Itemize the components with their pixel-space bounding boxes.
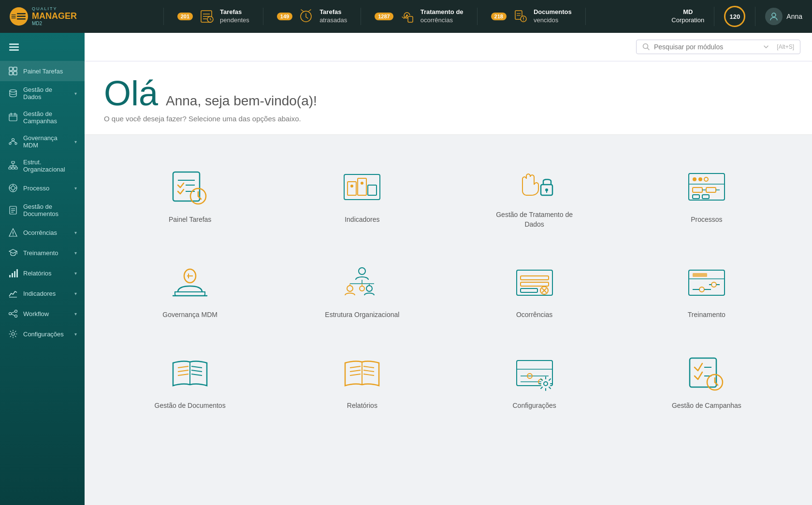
svg-point-18 <box>523 20 524 21</box>
search-shortcut: [Alt+S] <box>777 43 794 50</box>
module-icon-gestao-docs <box>168 355 212 393</box>
module-icon-painel-tarefas <box>168 169 212 207</box>
svg-point-12 <box>406 14 408 16</box>
stat-documentos[interactable]: 218 Documentos vencidos <box>478 8 586 25</box>
configuracoes-icon <box>8 329 18 339</box>
content-area: [Alt+S] Olá Anna, seja bem-vindo(a)! O q… <box>85 33 812 505</box>
module-label-gestao-campanhas: Gestão de Campanhas <box>672 401 741 411</box>
sidebar-item-label-configuracoes: Configurações <box>23 331 70 338</box>
stat-tarefas-pendentes[interactable]: 201 Tarefas pendentes <box>163 8 263 25</box>
module-icon-relatorios <box>340 355 384 393</box>
svg-point-32 <box>12 139 14 141</box>
svg-rect-97 <box>693 195 699 199</box>
svg-rect-40 <box>15 167 17 169</box>
sidebar-item-label-ocorrencias: Ocorrências <box>23 229 70 236</box>
svg-rect-39 <box>12 167 14 169</box>
module-card-treinamento[interactable]: Treinamento <box>630 254 783 330</box>
svg-point-19 <box>772 13 776 17</box>
svg-point-90 <box>698 177 702 181</box>
sidebar-item-relatorios[interactable]: Relatórios ▾ <box>0 263 85 283</box>
user-avatar-area[interactable]: Anna <box>765 8 802 25</box>
workflow-icon <box>8 308 18 319</box>
sidebar-item-processo[interactable]: Processo ▾ <box>0 178 85 198</box>
svg-rect-59 <box>9 275 11 277</box>
svg-point-66 <box>15 315 17 317</box>
estrut-org-icon <box>8 160 18 171</box>
stat-label-2: Tratamento de ocorrências <box>420 8 464 25</box>
svg-point-65 <box>15 310 17 313</box>
stat-label-3: Documentos vencidos <box>534 8 572 25</box>
svg-rect-121 <box>693 273 707 277</box>
svg-rect-37 <box>12 161 14 163</box>
user-name: Anna <box>786 13 802 20</box>
user-score: 120 <box>724 6 745 27</box>
module-card-ocorrencias[interactable]: Ocorrências <box>458 254 611 330</box>
svg-line-138 <box>350 374 361 375</box>
module-card-configuracoes[interactable]: Configurações <box>458 345 611 420</box>
sidebar-item-label-treinamento: Treinamento <box>23 249 70 257</box>
sidebar-item-indicadores[interactable]: Indicadores ▾ <box>0 283 85 303</box>
sidebar-item-configuracoes[interactable]: Configurações ▾ <box>0 324 85 344</box>
sidebar-item-gestao-campanhas[interactable]: Gestão de Campanhas <box>0 105 85 130</box>
svg-rect-114 <box>521 282 549 286</box>
svg-rect-22 <box>9 49 19 51</box>
module-card-estrutura-org[interactable]: Estrutura Organizacional <box>286 254 438 330</box>
stat-icon-0 <box>198 8 215 25</box>
module-card-gestao-campanhas[interactable]: Gestão de Campanhas <box>630 345 783 420</box>
sidebar-top-icon[interactable] <box>0 37 85 59</box>
nav-right: MDCorporation 120 Anna <box>671 6 802 27</box>
svg-rect-62 <box>16 269 18 277</box>
search-input[interactable] <box>654 43 759 51</box>
module-card-processos[interactable]: Processos <box>630 154 783 239</box>
gestao-documentos-icon <box>8 205 18 216</box>
module-label-gestao-docs: Gestão de Documentos <box>155 401 226 411</box>
sidebar-item-estrut-org[interactable]: Estrut. Organizacional <box>0 154 85 178</box>
module-label-relatorios: Relatórios <box>347 401 377 411</box>
svg-point-64 <box>9 313 12 315</box>
sidebar-item-governanca-mdm[interactable]: Governança MDM ▾ <box>0 130 85 154</box>
ocorrencias-icon <box>8 227 18 238</box>
module-card-gestao-tratamento[interactable]: Gestão de Tratamento de Dados <box>458 154 611 239</box>
module-card-indicadores[interactable]: Indicadores <box>286 154 438 239</box>
logo[interactable]: QUALITY MANAGER MD2 <box>10 7 87 27</box>
module-card-painel-tarefas[interactable]: Painel Tarefas <box>114 154 266 239</box>
module-card-governanca-mdm[interactable]: Governança MDM <box>114 254 266 330</box>
svg-line-68 <box>12 314 15 316</box>
search-input-wrap[interactable]: [Alt+S] <box>636 40 800 54</box>
welcome-ola: Olá <box>104 76 158 111</box>
svg-line-129 <box>178 366 188 368</box>
module-card-relatorios[interactable]: Relatórios <box>286 345 438 420</box>
stat-tratamento[interactable]: 1287 Tratamento de ocorrências <box>361 8 477 25</box>
svg-rect-72 <box>173 172 200 201</box>
svg-rect-26 <box>14 72 17 75</box>
svg-point-57 <box>13 235 14 236</box>
sidebar-item-gestao-documentos[interactable]: Gestão de Documentos <box>0 198 85 222</box>
stat-icon-1 <box>297 8 315 25</box>
svg-point-83 <box>350 185 353 188</box>
svg-line-136 <box>350 366 361 368</box>
svg-rect-80 <box>348 182 356 195</box>
sidebar-item-label-gestao-documentos: Gestão de Documentos <box>23 203 77 217</box>
sidebar-item-gestao-dados[interactable]: Gestão de Dados ▾ <box>0 81 85 105</box>
svg-point-86 <box>545 188 548 191</box>
sidebar-item-workflow[interactable]: Workflow ▾ <box>0 303 85 324</box>
sidebar-item-treinamento[interactable]: Treinamento ▾ <box>0 243 85 263</box>
svg-point-47 <box>11 186 15 190</box>
stat-badge-2: 1287 <box>375 13 393 20</box>
sidebar-item-ocorrencias[interactable]: Ocorrências ▾ <box>0 222 85 243</box>
logo-manager-text: MANAGER <box>32 12 77 21</box>
stat-tarefas-atrasadas[interactable]: 149 Tarefas atrasadas <box>263 8 361 25</box>
search-bar: [Alt+S] <box>85 33 812 61</box>
sidebar-item-label-workflow: Workflow <box>23 310 70 317</box>
workflow-chevron: ▾ <box>74 311 77 317</box>
modules-grid: Painel Tarefas Indicador <box>114 154 783 420</box>
processo-icon <box>8 183 18 193</box>
module-icon-governanca-mdm <box>168 264 212 303</box>
module-icon-indicadores <box>340 169 384 207</box>
module-card-gestao-docs[interactable]: Gestão de Documentos <box>114 345 266 420</box>
governanca-mdm-chevron: ▾ <box>74 139 77 144</box>
indicadores-icon <box>8 288 18 299</box>
svg-point-89 <box>693 177 696 181</box>
sidebar-item-painel-tarefas[interactable]: Painel Tarefas <box>0 61 85 81</box>
welcome-title: Olá Anna, seja bem-vindo(a)! <box>104 76 793 111</box>
